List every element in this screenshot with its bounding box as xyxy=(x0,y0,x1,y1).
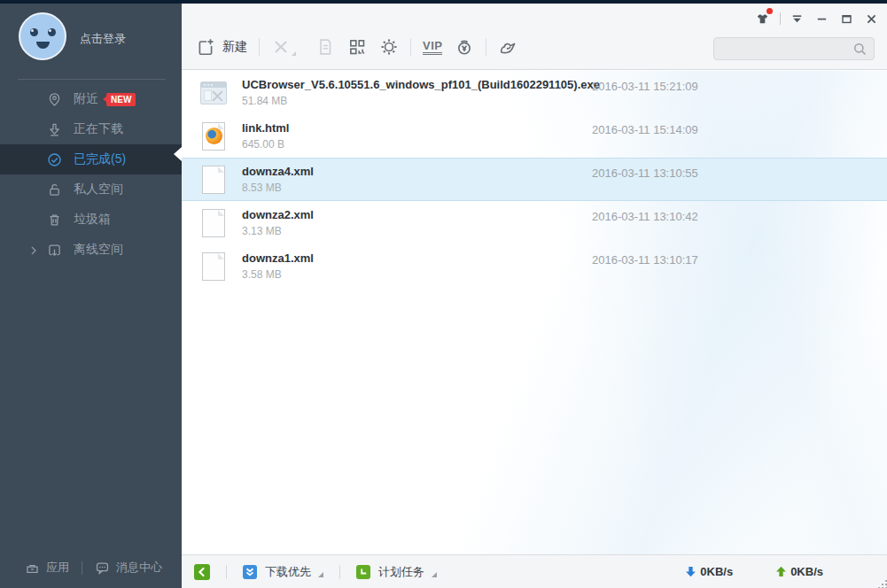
toolbar-divider xyxy=(410,38,411,56)
user-avatar[interactable] xyxy=(19,12,66,60)
file-date: 2016-03-11 13:10:17 xyxy=(592,253,698,267)
scheduled-tasks-button[interactable]: 计划任务 xyxy=(356,564,437,580)
xml-file-icon xyxy=(199,207,228,239)
apps-button[interactable]: 应用 xyxy=(25,560,69,576)
money-pouch-icon xyxy=(455,37,474,57)
sidebar: 点击登录 附近 NEW 正在下载 已完成(5) xyxy=(0,4,182,588)
sidebar-item-trash[interactable]: 垃圾箱 xyxy=(0,205,182,235)
sidebar-divider xyxy=(18,79,166,80)
toolbar-divider xyxy=(259,38,260,56)
sidebar-item-label: 私人空间 xyxy=(74,182,123,197)
statusbar-divider xyxy=(339,565,340,579)
shirt-icon xyxy=(756,12,769,26)
download-speed: 0KB/s xyxy=(685,565,733,578)
gear-icon xyxy=(379,37,399,57)
download-speed-value: 0KB/s xyxy=(700,565,733,578)
download-arrow-icon xyxy=(47,122,62,137)
double-chevron-down-icon xyxy=(243,565,257,579)
firefox-html-icon xyxy=(199,120,228,152)
avatar-eye xyxy=(30,28,38,36)
file-date: 2016-03-11 13:10:55 xyxy=(592,166,698,180)
file-row[interactable]: link.html 645.00 B 2016-03-11 15:14:09 xyxy=(182,114,887,158)
file-name: downza2.xml xyxy=(242,207,314,222)
avatar-eye xyxy=(48,28,56,36)
message-center-label: 消息中心 xyxy=(116,560,162,576)
sidebar-nav: 附近 NEW 正在下载 已完成(5) 私人空间 xyxy=(0,84,182,265)
file-row-selected[interactable]: downza4.xml 8.53 MB 2016-03-11 13:10:55 xyxy=(182,158,887,201)
toolbar-divider xyxy=(486,38,486,56)
main-menu-icon xyxy=(790,12,804,26)
close-button[interactable] xyxy=(862,10,880,27)
download-priority-label: 下载优先 xyxy=(265,564,311,580)
clock-icon xyxy=(356,565,370,579)
location-pin-icon xyxy=(47,92,62,107)
chevron-right-icon xyxy=(29,244,38,255)
file-date: 2016-03-11 15:14:09 xyxy=(592,123,698,136)
sidebar-item-private-space[interactable]: 私人空间 xyxy=(0,174,182,205)
vip-button[interactable]: VIP xyxy=(423,40,442,55)
sidebar-item-label: 离线空间 xyxy=(74,242,123,258)
minimize-icon xyxy=(815,12,829,26)
new-badge: NEW xyxy=(106,93,136,106)
xml-file-icon xyxy=(199,251,228,282)
upload-speed-value: 0KB/s xyxy=(790,565,823,578)
qr-code-button[interactable] xyxy=(347,37,367,57)
resize-grip[interactable] xyxy=(878,580,880,582)
delete-dropdown-caret xyxy=(292,51,296,56)
exe-app-icon xyxy=(199,77,228,109)
collapse-panel-button[interactable] xyxy=(194,564,210,580)
file-size: 8.53 MB xyxy=(242,182,314,194)
file-name: downza1.xml xyxy=(242,251,314,266)
controls-divider xyxy=(780,12,781,25)
file-row[interactable]: downza2.xml 3.13 MB 2016-03-11 13:10:42 xyxy=(182,201,887,244)
document-icon xyxy=(315,37,335,57)
sidebar-footer: 应用 消息中心 xyxy=(0,547,182,588)
file-size: 51.84 MB xyxy=(242,95,600,107)
down-arrow-icon xyxy=(685,566,696,577)
qr-code-icon xyxy=(347,37,367,57)
skin-button[interactable] xyxy=(753,10,771,27)
settings-button[interactable] xyxy=(379,37,399,57)
sidebar-item-nearby[interactable]: 附近 NEW xyxy=(0,84,182,114)
maximize-button[interactable] xyxy=(837,10,855,27)
close-icon xyxy=(865,12,878,26)
message-center-button[interactable]: 消息中心 xyxy=(95,560,162,576)
file-list: UCBrowser_V5.6.10551.6_windows_pf101_(Bu… xyxy=(182,71,887,554)
sidebar-item-label: 垃圾箱 xyxy=(74,212,111,228)
new-task-button[interactable]: 新建 xyxy=(196,37,247,57)
dropdown-caret xyxy=(432,572,437,577)
main-menu-button[interactable] xyxy=(788,10,805,27)
main-area: 新建 VIP xyxy=(182,4,887,588)
file-name: link.html xyxy=(242,120,289,135)
open-file-button[interactable] xyxy=(315,37,335,57)
sidebar-item-label: 已完成(5) xyxy=(74,151,126,167)
notification-dot xyxy=(766,8,773,14)
upload-speed: 0KB/s xyxy=(775,565,823,578)
lock-icon xyxy=(47,182,62,197)
bird-icon xyxy=(498,37,517,57)
statusbar-divider xyxy=(226,565,227,579)
login-link[interactable]: 点击登录 xyxy=(80,31,126,47)
file-size: 645.00 B xyxy=(242,138,289,151)
sidebar-item-downloading[interactable]: 正在下载 xyxy=(0,114,182,144)
sidebar-item-offline-space[interactable]: 离线空间 xyxy=(0,235,182,265)
search-icon[interactable] xyxy=(852,42,868,57)
file-row[interactable]: UCBrowser_V5.6.10551.6_windows_pf101_(Bu… xyxy=(182,71,887,114)
window-top-strip xyxy=(0,0,887,4)
check-circle-icon xyxy=(47,152,62,167)
delete-task-button[interactable] xyxy=(271,37,291,57)
offline-space-icon xyxy=(47,243,62,258)
search-input[interactable] xyxy=(714,38,874,59)
file-row[interactable]: downza1.xml 3.58 MB 2016-03-11 13:10:17 xyxy=(182,244,887,288)
minimize-button[interactable] xyxy=(813,10,830,27)
download-priority-button[interactable]: 下载优先 xyxy=(243,564,323,580)
status-bar: 下载优先 计划任务 0KB/s 0KB/s xyxy=(182,554,887,588)
file-date: 2016-03-11 13:10:42 xyxy=(592,210,698,223)
document-plus-icon xyxy=(196,37,215,57)
up-arrow-icon xyxy=(775,566,787,577)
message-bubble-icon xyxy=(95,561,110,576)
sidebar-item-completed[interactable]: 已完成(5) xyxy=(0,144,182,174)
share-button[interactable] xyxy=(498,37,517,57)
apps-label: 应用 xyxy=(46,560,69,576)
wallet-button[interactable] xyxy=(455,37,474,57)
